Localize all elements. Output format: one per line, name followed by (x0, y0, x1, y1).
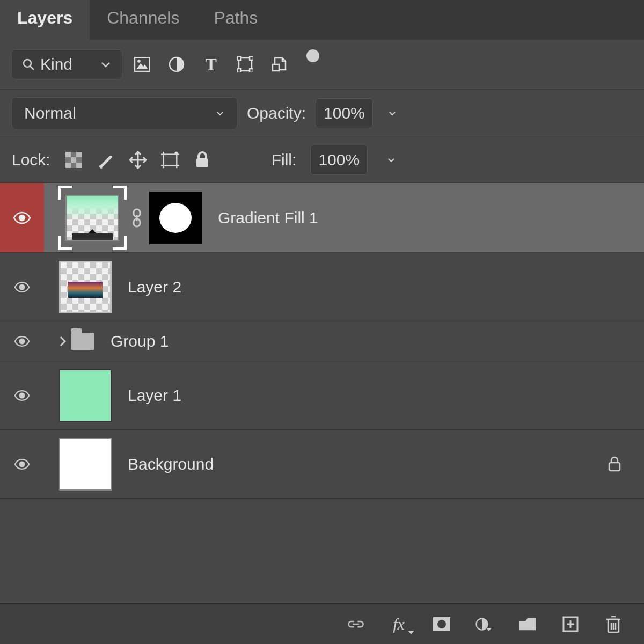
lock-artboard-icon[interactable] (161, 151, 179, 169)
search-icon (22, 58, 35, 71)
layer-fx-icon[interactable]: fx (390, 615, 408, 633)
folder-icon (71, 333, 94, 350)
layer-row-layer-2[interactable]: Layer 2 (0, 253, 644, 321)
new-adjustment-icon[interactable] (475, 615, 494, 633)
svg-rect-39 (609, 463, 620, 471)
layer-row-gradient-fill-1[interactable]: Gradient Fill 1 (0, 183, 644, 253)
layer-thumbnail[interactable] (59, 438, 112, 491)
svg-point-36 (20, 339, 25, 343)
filter-type-icons: T (134, 53, 320, 76)
layers-panel: Layers Channels Paths Kind T (0, 0, 644, 644)
link-layers-icon[interactable] (347, 615, 365, 633)
svg-point-4 (137, 60, 141, 63)
svg-point-31 (19, 215, 25, 221)
svg-rect-10 (250, 69, 253, 72)
opacity-label: Opacity: (247, 104, 306, 122)
svg-point-0 (24, 60, 31, 67)
layer-locked-icon[interactable] (608, 456, 621, 472)
fill-label: Fill: (272, 151, 297, 169)
fill-value[interactable]: 100% (310, 145, 368, 175)
svg-rect-11 (273, 64, 279, 71)
tab-layers[interactable]: Layers (0, 0, 90, 40)
filter-kind-label: Kind (40, 55, 72, 74)
layer-name[interactable]: Group 1 (111, 332, 169, 350)
svg-rect-16 (65, 163, 71, 168)
tab-paths[interactable]: Paths (196, 0, 275, 40)
lock-label: Lock: (12, 151, 50, 169)
lock-pixels-icon[interactable] (97, 151, 115, 169)
layer-row-background[interactable]: Background (0, 430, 644, 499)
filter-toggle[interactable] (306, 53, 320, 76)
chevron-down-icon (215, 108, 225, 118)
svg-point-35 (20, 284, 25, 289)
new-layer-icon[interactable] (561, 615, 580, 633)
visibility-toggle[interactable] (0, 430, 44, 498)
lock-position-icon[interactable] (129, 151, 147, 169)
tab-channels[interactable]: Channels (90, 0, 196, 40)
layer-row-layer-1[interactable]: Layer 1 (0, 361, 644, 430)
svg-point-29 (175, 152, 177, 155)
layer-name[interactable]: Gradient Fill 1 (218, 209, 318, 227)
delete-layer-icon[interactable] (604, 615, 623, 633)
empty-area (0, 499, 644, 528)
layer-name[interactable]: Background (128, 455, 214, 473)
new-group-icon[interactable] (518, 615, 537, 633)
svg-rect-13 (65, 152, 71, 157)
svg-rect-15 (71, 157, 76, 163)
svg-rect-17 (76, 163, 82, 168)
svg-rect-7 (237, 56, 241, 60)
layer-mask-thumbnail[interactable] (149, 192, 202, 244)
chevron-down-icon (99, 58, 112, 71)
filter-adjustment-icon[interactable] (169, 56, 185, 72)
lock-all-icon[interactable] (193, 151, 211, 169)
filter-kind-dropdown[interactable]: Kind (12, 49, 122, 79)
svg-point-42 (437, 620, 446, 628)
lock-fill-row: Lock: Fill: 100% (0, 137, 644, 183)
svg-marker-3 (137, 63, 148, 69)
opacity-value[interactable]: 100% (316, 98, 373, 128)
layer-row-group-1[interactable]: Group 1 (0, 321, 644, 361)
mask-link-icon[interactable] (131, 208, 143, 228)
svg-rect-14 (76, 152, 82, 157)
visibility-toggle[interactable] (0, 253, 44, 321)
filter-type-icon[interactable]: T (203, 56, 219, 72)
layer-name[interactable]: Layer 2 (128, 278, 181, 296)
layer-thumbnail[interactable] (59, 261, 112, 313)
svg-rect-8 (250, 56, 253, 60)
svg-point-38 (20, 462, 25, 466)
toggle-dot-icon (306, 49, 319, 62)
layer-thumbnail[interactable] (60, 188, 125, 248)
filter-shape-icon[interactable] (237, 56, 253, 72)
svg-line-1 (30, 66, 34, 70)
svg-rect-2 (135, 57, 150, 71)
layer-thumbnail[interactable] (59, 369, 112, 422)
svg-rect-30 (196, 158, 208, 167)
svg-rect-9 (237, 69, 241, 72)
lock-transparency-icon[interactable] (64, 151, 83, 169)
visibility-toggle[interactable] (0, 321, 44, 361)
visibility-toggle[interactable] (0, 361, 44, 429)
blend-mode-value: Normal (24, 104, 76, 122)
filter-smartobject-icon[interactable] (272, 56, 288, 72)
layer-filter-bar: Kind T (0, 40, 644, 90)
fill-dropdown[interactable] (382, 155, 401, 165)
blend-opacity-row: Normal Opacity: 100% (0, 90, 644, 137)
opacity-dropdown[interactable] (383, 108, 402, 118)
svg-point-37 (20, 393, 25, 398)
layer-list: Gradient Fill 1 Layer 2 Group 1 (0, 183, 644, 603)
layers-footer: fx (0, 603, 644, 644)
layer-name[interactable]: Layer 1 (128, 386, 181, 405)
panel-tabstrip: Layers Channels Paths (0, 0, 644, 40)
svg-rect-20 (163, 155, 177, 166)
filter-pixel-icon[interactable] (134, 56, 150, 72)
add-mask-icon[interactable] (433, 615, 451, 633)
blend-mode-dropdown[interactable]: Normal (12, 97, 237, 129)
visibility-toggle[interactable] (0, 183, 44, 252)
expand-group-icon[interactable] (58, 335, 68, 348)
